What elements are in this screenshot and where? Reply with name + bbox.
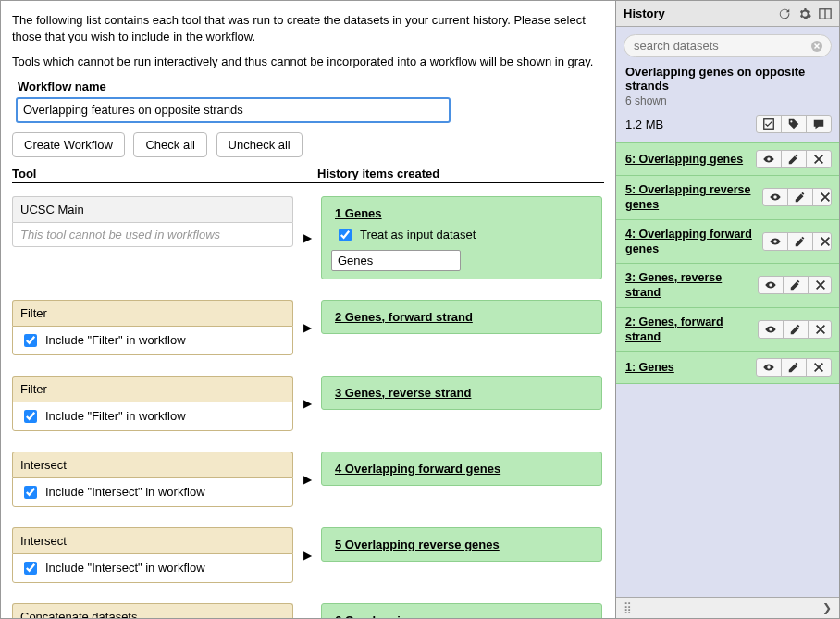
search-datasets-input[interactable]	[624, 34, 832, 57]
pencil-icon[interactable]	[788, 233, 813, 250]
include-checkbox-row[interactable]: Include "Intersect" in workflow	[12, 477, 293, 507]
history-item-label[interactable]: 1: Genes	[625, 360, 674, 375]
tool-row: Filter Include "Filter" in workflow ▶ 2 …	[12, 300, 604, 355]
close-icon[interactable]	[809, 321, 832, 338]
include-checkbox-row[interactable]: Include "Filter" in workflow	[12, 326, 293, 355]
history-output[interactable]: 2 Genes, forward strand	[321, 300, 602, 334]
history-item[interactable]: 2: Genes, forward strand	[616, 308, 839, 353]
include-label: Include "Intersect" in workflow	[45, 561, 205, 575]
output-name-input[interactable]	[331, 250, 461, 271]
history-output[interactable]: 6 Overlapping genes	[321, 603, 602, 618]
include-checkbox[interactable]	[24, 334, 37, 347]
include-checkbox-row[interactable]: Include "Intersect" in workflow	[12, 553, 293, 583]
close-icon[interactable]	[807, 359, 831, 376]
include-checkbox[interactable]	[24, 486, 37, 499]
history-sidebar: History Overlapping genes on opposite st…	[615, 1, 839, 618]
clear-search-icon[interactable]	[810, 40, 823, 53]
eye-icon[interactable]	[759, 277, 784, 293]
history-shown-count: 6 shown	[616, 94, 839, 107]
arrow-icon: ▶	[293, 321, 321, 334]
history-item[interactable]: 5: Overlapping reverse genes	[616, 176, 839, 220]
history-item[interactable]: 3: Genes, reverse strand	[616, 264, 839, 308]
eye-icon[interactable]	[757, 359, 782, 376]
close-icon[interactable]	[807, 151, 831, 167]
tool-name: Concatenate datasets	[12, 603, 293, 618]
include-label: Include "Filter" in workflow	[45, 333, 186, 347]
eye-icon[interactable]	[763, 233, 788, 250]
history-item-label[interactable]: 6: Overlapping genes	[625, 152, 743, 167]
tool-row: Intersect Include "Intersect" in workflo…	[12, 527, 604, 583]
tool-name: Filter	[12, 300, 293, 326]
workflow-name-label: Workflow name	[18, 80, 604, 93]
pencil-icon[interactable]	[784, 277, 809, 293]
treat-as-input-checkbox[interactable]: Treat as input dataset	[335, 226, 588, 244]
history-item-label[interactable]: 3: Genes, reverse strand	[625, 270, 758, 301]
gear-icon[interactable]	[798, 7, 811, 20]
column-tool-header: Tool	[12, 167, 290, 180]
create-workflow-button[interactable]: Create Workflow	[12, 132, 125, 157]
arrow-icon: ▶	[293, 473, 321, 486]
include-checkbox[interactable]	[24, 410, 37, 423]
include-label: Include "Intersect" in workflow	[45, 485, 205, 499]
history-item-label[interactable]: 4: Overlapping forward genes	[625, 227, 762, 257]
svg-point-4	[790, 120, 792, 122]
history-item[interactable]: 4: Overlapping forward genes	[616, 220, 839, 265]
history-item[interactable]: 1: Genes	[616, 352, 839, 384]
chevron-right-icon[interactable]: ❯	[822, 601, 832, 614]
eye-icon[interactable]	[763, 189, 788, 205]
arrow-icon: ▶	[293, 231, 321, 244]
workflow-name-input[interactable]	[16, 97, 451, 123]
history-item-label[interactable]: 2: Genes, forward strand	[625, 315, 758, 345]
include-label: Include "Filter" in workflow	[45, 409, 186, 423]
tool-disabled-note: This tool cannot be used in workflows	[12, 222, 293, 247]
tool-row: Intersect Include "Intersect" in workflo…	[12, 452, 604, 507]
treat-checkbox[interactable]	[339, 229, 352, 241]
history-output[interactable]: 3 Genes, reverse strand	[321, 376, 602, 410]
column-history-header: History items created	[317, 167, 604, 180]
tag-icon[interactable]	[782, 116, 807, 132]
arrow-icon: ▶	[293, 397, 321, 410]
tool-row: UCSC Main This tool cannot be used in wo…	[12, 196, 604, 279]
history-items-list: 6: Overlapping genes 5: Overlapping reve…	[616, 142, 839, 597]
check-all-button[interactable]: Check all	[133, 132, 206, 157]
include-checkbox-row[interactable]: Include "Filter" in workflow	[12, 402, 293, 431]
columns-icon[interactable]	[819, 7, 832, 20]
close-icon[interactable]	[809, 277, 832, 293]
pencil-icon[interactable]	[782, 359, 807, 376]
refresh-icon[interactable]	[778, 7, 791, 20]
comment-icon[interactable]	[807, 116, 831, 132]
history-panel-title: History	[624, 6, 665, 20]
pencil-icon[interactable]	[782, 151, 807, 167]
eye-icon[interactable]	[757, 151, 782, 167]
tool-name: Intersect	[12, 452, 293, 477]
tool-name: Intersect	[12, 527, 293, 553]
close-icon[interactable]	[813, 233, 832, 250]
intro-p2: Tools which cannot be run interactively …	[12, 54, 604, 70]
grip-icon[interactable]: ⣿	[624, 601, 632, 614]
include-checkbox[interactable]	[24, 562, 37, 575]
history-size: 1.2 MB	[625, 118, 663, 131]
pencil-icon[interactable]	[788, 189, 813, 205]
history-name: Overlapping genes on opposite strands	[616, 65, 839, 94]
history-output: 1 Genes Treat as input dataset	[321, 196, 602, 279]
select-icon[interactable]	[757, 116, 782, 132]
tool-name: UCSC Main	[12, 196, 293, 222]
uncheck-all-button[interactable]: Uncheck all	[216, 132, 303, 157]
history-item-label[interactable]: 5: Overlapping reverse genes	[625, 182, 762, 213]
search-field[interactable]	[632, 38, 810, 54]
treat-label: Treat as input dataset	[360, 228, 476, 241]
tool-row: Concatenate datasets Include "Concatenat…	[12, 603, 604, 618]
output-title: 1 Genes	[335, 206, 588, 220]
history-output[interactable]: 5 Overlapping reverse genes	[321, 527, 602, 562]
intro-p1: The following list contains each tool th…	[12, 12, 604, 44]
close-icon[interactable]	[813, 189, 832, 205]
history-output[interactable]: 4 Overlapping forward genes	[321, 452, 602, 486]
intro-text: The following list contains each tool th…	[12, 12, 604, 70]
eye-icon[interactable]	[759, 321, 784, 338]
pencil-icon[interactable]	[784, 321, 809, 338]
arrow-icon: ▶	[293, 549, 321, 562]
main-panel: The following list contains each tool th…	[1, 1, 615, 618]
history-item[interactable]: 6: Overlapping genes	[616, 142, 839, 176]
tool-name: Filter	[12, 376, 293, 402]
tool-row: Filter Include "Filter" in workflow ▶ 3 …	[12, 376, 604, 431]
